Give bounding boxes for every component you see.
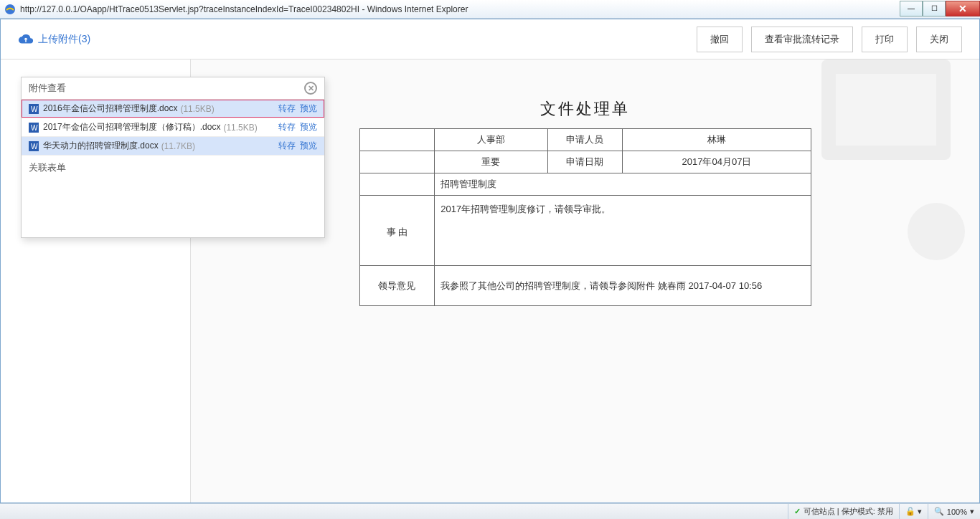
file-name: 华天动力的招聘管理制度.docx [43,140,159,152]
decor-background [793,59,979,332]
table-row: 领导意见 我参照了其他公司的招聘管理制度，请领导参阅附件 姚春雨 2017-04… [359,266,811,306]
popup-close-icon[interactable]: ✕ [304,82,317,95]
attachment-row[interactable]: W 2016年金信公司招聘管理制度.docx (11.5KB) 转存 预览 [22,100,324,118]
file-name: 2016年金信公司招聘管理制度.docx [43,103,177,115]
cell-opinion: 我参照了其他公司的招聘管理制度，请领导参阅附件 姚春雨 2017-04-07 1… [435,266,811,306]
word-doc-icon: W [29,141,39,151]
svg-text:W: W [31,124,38,132]
svg-text:W: W [31,105,38,113]
cell-subject: 招聘管理制度 [435,173,811,196]
table-row: 人事部 申请人员 林琳 [359,129,811,151]
save-link[interactable]: 转存 [278,121,296,133]
svg-text:W: W [31,143,38,151]
popup-header: 附件查看 ✕ [22,77,324,100]
table-row: 重要 申请日期 2017年04月07日 [359,151,811,173]
page-header: 上传附件(3) 撤回 查看审批流转记录 打印 关闭 [1,19,979,59]
word-doc-icon: W [29,104,39,114]
status-trusted: ✓可信站点 | 保护模式: 禁用 [788,504,899,519]
cell-date-label: 申请日期 [547,151,623,173]
word-doc-icon: W [29,123,39,133]
file-name: 2017年金信公司招聘管理制度（修订稿）.docx [43,121,220,133]
cell-importance: 重要 [435,151,547,173]
related-forms-label[interactable]: 关联表单 [22,156,324,180]
cell-matter-label: 事 由 [359,196,435,266]
ie-icon [4,4,16,15]
window-title: http://127.0.0.1/OAapp/HtTrace0513Servle… [20,4,900,14]
file-size: (11.5KB) [180,104,214,114]
svg-point-3 [908,203,965,260]
recall-button[interactable]: 撤回 [697,27,743,52]
cloud-upload-icon [18,34,34,45]
viewport: 上传附件(3) 撤回 查看审批流转记录 打印 关闭 文件处理单 人事部 申请人员… [0,19,980,503]
save-link[interactable]: 转存 [278,103,296,115]
save-link[interactable]: 转存 [278,140,296,152]
attachment-popup: 附件查看 ✕ W 2016年金信公司招聘管理制度.docx (11.5KB) 转… [21,77,325,238]
checkmark-icon: ✓ [794,507,801,516]
popup-title: 附件查看 [29,82,66,95]
preview-link[interactable]: 预览 [300,121,317,133]
svg-rect-2 [836,74,936,146]
cell-dept: 人事部 [435,129,547,151]
upload-label: 上传附件(3) [38,33,90,46]
file-size: (11.7KB) [161,141,195,151]
file-size: (11.5KB) [223,123,257,133]
preview-link[interactable]: 预览 [300,103,317,115]
history-button[interactable]: 查看审批流转记录 [751,27,853,52]
attachment-row[interactable]: W 华天动力的招聘管理制度.docx (11.7KB) 转存 预览 [22,137,324,156]
maximize-button[interactable]: ☐ [923,1,946,16]
minimize-button[interactable]: — [900,1,923,16]
cell-applicant-label: 申请人员 [547,129,623,151]
upload-attachment-button[interactable]: 上传附件(3) [18,33,90,46]
table-row: 招聘管理制度 [359,173,811,196]
preview-link[interactable]: 预览 [300,140,317,152]
table-row: 事 由 2017年招聘管理制度修订，请领导审批。 [359,196,811,266]
status-security-icon[interactable]: 🔓 ▾ [899,504,928,519]
close-window-button[interactable]: ✕ [946,1,980,16]
attachment-row[interactable]: W 2017年金信公司招聘管理制度（修订稿）.docx (11.5KB) 转存 … [22,118,324,137]
print-button[interactable]: 打印 [862,27,908,52]
window-controls: — ☐ ✕ [900,1,980,16]
form-table: 人事部 申请人员 林琳 重要 申请日期 2017年04月07日 招聘管理制度 事… [359,128,811,306]
window-titlebar: http://127.0.0.1/OAapp/HtTrace0513Servle… [0,0,980,19]
cell-opinion-label: 领导意见 [359,266,435,306]
cell-applicant: 林琳 [623,129,811,151]
close-button[interactable]: 关闭 [916,27,962,52]
status-bar: ✓可信站点 | 保护模式: 禁用 🔓 ▾ 🔍 100% ▾ [0,503,980,519]
cell-matter: 2017年招聘管理制度修订，请领导审批。 [435,196,811,266]
status-zoom[interactable]: 🔍 100% ▾ [928,504,980,519]
popup-empty-area [22,180,324,237]
cell-date: 2017年04月07日 [623,151,811,173]
cell-dept-label [359,129,435,151]
